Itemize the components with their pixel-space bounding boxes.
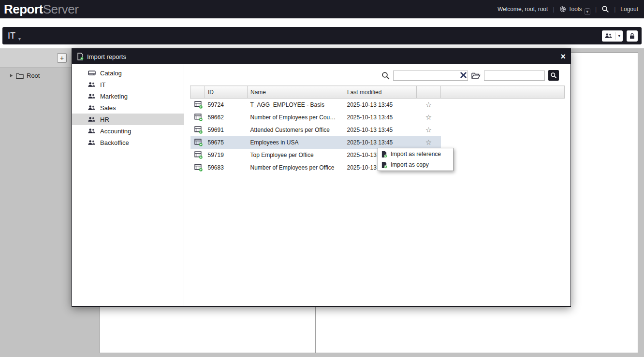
tools-menu[interactable]: Tools ▾ [559, 3, 591, 15]
column-header-name[interactable]: Name [248, 86, 344, 99]
teamspace-icon [88, 139, 96, 146]
column-header-filler [441, 86, 565, 99]
column-header-icon[interactable] [190, 86, 205, 99]
report-name-cell: Employees in USA [248, 136, 344, 149]
report-name-cell: Number of Employees per Office [248, 161, 344, 174]
import-reports-dialog: Import reports × Catalog [72, 48, 571, 307]
expand-panel-button[interactable]: + [57, 53, 67, 63]
filler-cell [441, 149, 565, 161]
import-report-icon [381, 151, 387, 158]
teamspace-dropdown-chevron-icon[interactable]: ▾ [18, 36, 21, 42]
app-logo[interactable]: ReportServer [4, 2, 78, 17]
logo-text-light: Server [43, 2, 79, 16]
dialog-content: ID Name Last modified [184, 64, 571, 306]
dialog-sidebar-item[interactable]: IT [72, 79, 184, 90]
report-table-icon [194, 138, 205, 146]
report-table-icon [194, 100, 205, 109]
filler-cell [441, 136, 565, 149]
members-dropdown-chevron-icon: ▾ [618, 33, 620, 38]
report-modified-cell: 2025-10-13 13:45 [344, 136, 417, 149]
separator: | [595, 6, 597, 13]
report-name-cell: T_AGG_EMPLOYEE - Basis [248, 99, 344, 111]
report-name-cell: Number of Employees per Cou… [248, 111, 344, 124]
table-row[interactable]: 59724 T_AGG_EMPLOYEE - Basis 2025-10-13 … [190, 99, 565, 111]
button-divider [615, 32, 615, 40]
open-folder-icon[interactable] [471, 72, 481, 79]
favorite-star-icon[interactable]: ☆ [425, 138, 432, 146]
context-menu-item[interactable]: Import as reference [378, 149, 453, 159]
import-report-icon [381, 161, 387, 169]
tree-item-label: Root [27, 72, 40, 79]
dialog-sidebar-item[interactable]: Catalog [72, 67, 184, 79]
report-table-icon [194, 163, 205, 171]
teamspace-icon [88, 127, 96, 135]
table-row[interactable]: 59675 Employees in USA 2025-10-13 13:45 … [190, 136, 565, 149]
report-modified-cell: 2025-10-13 13:45 [344, 99, 417, 111]
teamspace-actions: ▾ [602, 30, 638, 42]
report-id-cell: 59675 [205, 136, 248, 149]
dialog-sidebar: Catalog IT Marketing [72, 64, 184, 306]
report-id-cell: 59683 [205, 161, 248, 174]
dialog-sidebar-item[interactable]: Accounting [72, 125, 184, 137]
users-icon [604, 33, 613, 39]
gear-icon [559, 6, 566, 13]
filter-input[interactable] [393, 71, 468, 81]
logout-link[interactable]: Logout [620, 6, 638, 13]
favorite-star-icon[interactable]: ☆ [425, 113, 432, 121]
lock-icon [629, 32, 635, 40]
tree-expander-icon[interactable] [10, 73, 13, 78]
context-menu-item-label: Import as copy [391, 161, 429, 168]
teamspace-icon [88, 81, 96, 88]
teamspace-bar: IT ▾ ▾ [2, 27, 642, 44]
favorite-star-icon[interactable]: ☆ [425, 126, 432, 134]
column-header-modified[interactable]: Last modified [344, 86, 417, 99]
path-input[interactable] [484, 71, 545, 81]
table-header-row: ID Name Last modified [190, 86, 565, 99]
separator: | [614, 6, 615, 13]
global-search-icon[interactable] [601, 5, 609, 13]
column-header-id[interactable]: ID [205, 86, 248, 99]
dialog-title: Import reports [87, 53, 126, 60]
dialog-sidebar-item-label: HR [100, 116, 109, 123]
import-context-menu: Import as reference Import as copy [378, 148, 454, 171]
dialog-sidebar-item[interactable]: Sales [72, 102, 184, 114]
filler-cell [441, 124, 565, 136]
teamspace-icon [88, 104, 96, 112]
filler-cell [441, 161, 565, 174]
dialog-search-toolbar [190, 69, 559, 82]
tools-dropdown-chevron-icon[interactable]: ▾ [585, 8, 591, 15]
dialog-sidebar-item-label: Accounting [100, 128, 131, 135]
report-table-icon [194, 126, 205, 134]
dialog-header[interactable]: Import reports × [72, 49, 571, 64]
filler-cell [441, 111, 565, 124]
tools-label: Tools [569, 6, 582, 13]
dialog-sidebar-item[interactable]: Marketing [72, 90, 184, 102]
teamspace-members-button[interactable]: ▾ [602, 30, 623, 42]
dialog-sidebar-item-label: Backoffice [100, 139, 129, 146]
close-icon[interactable]: × [560, 52, 566, 61]
logo-text-bold: Report [4, 2, 43, 16]
report-name-cell: Attended Customers per Office [248, 124, 344, 136]
column-header-favorite[interactable] [417, 86, 441, 99]
context-menu-item[interactable]: Import as copy [378, 159, 453, 170]
report-modified-cell: 2025-10-13 13:45 [344, 111, 417, 124]
table-row[interactable]: 59691 Attended Customers per Office 2025… [190, 124, 565, 136]
catalog-drive-icon [88, 69, 96, 77]
folder-icon [16, 72, 24, 79]
favorite-star-icon[interactable]: ☆ [425, 100, 432, 109]
dialog-sidebar-item[interactable]: HR [72, 114, 184, 125]
clear-filter-icon[interactable] [460, 72, 467, 78]
report-modified-cell: 2025-10-13 13:45 [344, 124, 417, 136]
dialog-sidebar-item-label: Catalog [100, 70, 122, 77]
top-navigation-bar: ReportServer Welcome, root, root | Tools… [0, 0, 644, 18]
search-go-button[interactable] [548, 70, 559, 81]
separator: | [553, 6, 554, 13]
topbar-right-cluster: Welcome, root, root | Tools ▾ | | Logout [498, 3, 638, 15]
report-id-cell: 59662 [205, 111, 248, 124]
teamspace-security-button[interactable] [627, 30, 638, 42]
dialog-sidebar-item[interactable]: Backoffice [72, 137, 184, 148]
table-row[interactable]: 59662 Number of Employees per Cou… 2025-… [190, 111, 565, 124]
teamspace-title[interactable]: IT [8, 31, 15, 41]
report-name-cell: Top Employee per Office [248, 149, 344, 161]
report-id-cell: 59724 [205, 99, 248, 111]
